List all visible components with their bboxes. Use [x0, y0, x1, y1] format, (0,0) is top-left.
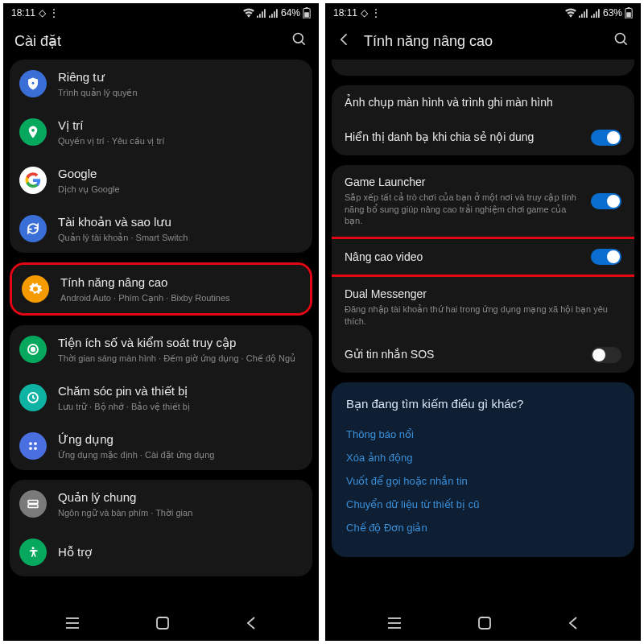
header: Cài đặt	[3, 23, 319, 60]
svg-point-24	[616, 34, 625, 43]
row-apps[interactable]: Ứng dụng Ứng dụng mặc định · Cài đặt ứng…	[10, 422, 312, 470]
row-advanced-features[interactable]: Tính năng nâng cao Android Auto · Phím C…	[12, 265, 310, 313]
svg-rect-29	[479, 617, 490, 629]
suggestion-link[interactable]: Chế độ Đơn giản	[346, 516, 620, 539]
suggestion-link[interactable]: Xóa ảnh động	[346, 446, 620, 469]
toggle-show-contacts[interactable]	[591, 130, 621, 146]
battery-icon	[625, 7, 633, 19]
page-title: Tính năng nâng cao	[364, 33, 602, 50]
svg-point-8	[31, 348, 35, 352]
nav-bar	[325, 609, 641, 641]
row-game-launcher[interactable]: Game Launcher Sắp xếp tất cả trò chơi củ…	[332, 165, 634, 237]
wifi-icon	[243, 8, 254, 18]
row-battery-care[interactable]: Chăm sóc pin và thiết bị Lưu trữ · Bộ nh…	[10, 374, 312, 422]
search-icon[interactable]	[613, 31, 630, 51]
partial-card	[332, 60, 634, 76]
row-sub: Ứng dụng mặc định · Cài đặt ứng dụng	[58, 449, 301, 460]
svg-line-4	[302, 42, 305, 45]
row-sub: Quản lý tài khoản · Smart Switch	[58, 232, 301, 243]
row-privacy[interactable]: Riêng tư Trình quản lý quyền	[10, 60, 312, 108]
row-title: Quản lý chung	[58, 489, 301, 506]
row-title: Nâng cao video	[345, 250, 581, 265]
row-video-enhance[interactable]: Nâng cao video	[332, 239, 634, 275]
toggle-video-enhance[interactable]	[591, 249, 621, 265]
row-title: Gửi tin nhắn SOS	[345, 347, 581, 362]
status-battery: 63%	[603, 7, 622, 19]
section-game-video: Game Launcher Sắp xếp tất cả trò chơi củ…	[332, 165, 634, 373]
settings-group: Tiện ích số và kiểm soát truy cập Thời g…	[10, 325, 312, 470]
row-sub: Đăng nhập tài khoản thứ hai trong ứng dụ…	[345, 303, 621, 328]
wifi-icon	[565, 8, 576, 18]
status-icon-nfc: ◇	[361, 7, 368, 19]
signal-icon-2	[591, 8, 601, 18]
row-title: Ứng dụng	[58, 431, 301, 448]
section-screenshot: Ảnh chụp màn hình và trình ghi màn hình …	[332, 85, 634, 155]
row-title: Chăm sóc pin và thiết bị	[58, 383, 301, 399]
highlight-video-enhance: Nâng cao video	[332, 237, 634, 277]
home-button[interactable]	[477, 616, 492, 634]
row-show-contacts-share[interactable]: Hiển thị danh bạ khi chia sẻ nội dung	[332, 120, 634, 155]
recents-button[interactable]	[386, 617, 402, 633]
svg-point-3	[294, 34, 303, 43]
suggestion-link[interactable]: Chuyển dữ liệu từ thiết bị cũ	[346, 493, 620, 516]
svg-rect-20	[157, 617, 168, 629]
row-title: Hiển thị danh bạ khi chia sẻ nội dung	[345, 130, 581, 145]
svg-rect-23	[628, 7, 630, 8]
phone-right-advanced-features: 18:11 ◇ ⋮ 63% Tính năng nâng cao Ảnh chụ…	[325, 3, 641, 641]
svg-point-13	[34, 447, 37, 450]
search-icon[interactable]	[291, 31, 308, 51]
settings-group: Quản lý chung Ngôn ngữ và bàn phím · Thờ…	[10, 480, 312, 576]
status-bar: 18:11 ◇ ⋮ 64%	[3, 3, 319, 23]
signal-icon	[257, 8, 266, 18]
svg-rect-22	[626, 12, 631, 17]
status-bar: 18:11 ◇ ⋮ 63%	[325, 3, 641, 23]
status-icon-nfc: ◇	[39, 7, 46, 19]
row-screenshots[interactable]: Ảnh chụp màn hình và trình ghi màn hình	[332, 85, 634, 120]
advanced-features-list[interactable]: Ảnh chụp màn hình và trình ghi màn hình …	[325, 60, 641, 609]
wellbeing-icon	[19, 336, 47, 363]
suggestion-link[interactable]: Thông báo nổi	[346, 423, 620, 446]
toggle-sos[interactable]	[591, 347, 621, 363]
svg-rect-2	[306, 7, 308, 8]
row-title: Google	[58, 166, 301, 182]
row-general-management[interactable]: Quản lý chung Ngôn ngữ và bàn phím · Thờ…	[10, 480, 312, 528]
row-title: Riêng tư	[58, 69, 301, 85]
settings-list[interactable]: Riêng tư Trình quản lý quyền Vị trí Quyề…	[3, 60, 319, 609]
gear-icon	[22, 275, 49, 303]
page-title: Cài đặt	[14, 32, 280, 50]
svg-rect-1	[304, 12, 309, 17]
back-button[interactable]	[245, 616, 258, 634]
pin-icon	[19, 118, 47, 146]
settings-group: Riêng tư Trình quản lý quyền Vị trí Quyề…	[10, 60, 312, 253]
row-accessibility[interactable]: Hỗ trợ	[10, 528, 312, 576]
row-dual-messenger[interactable]: Dual Messenger Đăng nhập tài khoản thứ h…	[332, 277, 634, 337]
accessibility-icon	[19, 539, 47, 566]
row-title: Ảnh chụp màn hình và trình ghi màn hình	[345, 95, 621, 110]
row-google[interactable]: Google Dịch vụ Google	[10, 156, 312, 204]
apps-icon	[19, 432, 47, 460]
suggestion-link[interactable]: Vuốt để gọi hoặc nhắn tin	[346, 469, 620, 493]
sync-icon	[19, 215, 47, 242]
home-button[interactable]	[155, 616, 170, 634]
svg-rect-15	[28, 505, 38, 508]
row-title: Game Launcher	[345, 175, 581, 190]
svg-rect-14	[28, 501, 38, 504]
svg-point-6	[31, 129, 35, 132]
general-icon	[19, 490, 47, 518]
status-time: 18:11	[11, 7, 35, 19]
row-location[interactable]: Vị trí Quyền vị trí · Yêu cầu vị trí	[10, 108, 312, 156]
row-title: Tính năng nâng cao	[60, 275, 299, 291]
shield-icon	[19, 70, 47, 97]
row-title: Hỗ trợ	[58, 544, 301, 560]
toggle-game-launcher[interactable]	[591, 193, 621, 209]
back-icon[interactable]	[336, 31, 353, 51]
suggestions-box: Bạn đang tìm kiếm điều gì khác? Thông bá…	[332, 382, 634, 557]
row-sub: Lưu trữ · Bộ nhớ · Bảo vệ thiết bị	[58, 401, 301, 412]
row-sub: Thời gian sáng màn hình · Đếm giờ ứng dụ…	[58, 353, 301, 364]
recents-button[interactable]	[64, 617, 80, 633]
back-button[interactable]	[567, 616, 580, 634]
row-sos[interactable]: Gửi tin nhắn SOS	[332, 337, 634, 373]
row-accounts-backup[interactable]: Tài khoản và sao lưu Quản lý tài khoản ·…	[10, 204, 312, 253]
google-icon	[19, 167, 47, 194]
row-digital-wellbeing[interactable]: Tiện ích số và kiểm soát truy cập Thời g…	[10, 325, 312, 374]
